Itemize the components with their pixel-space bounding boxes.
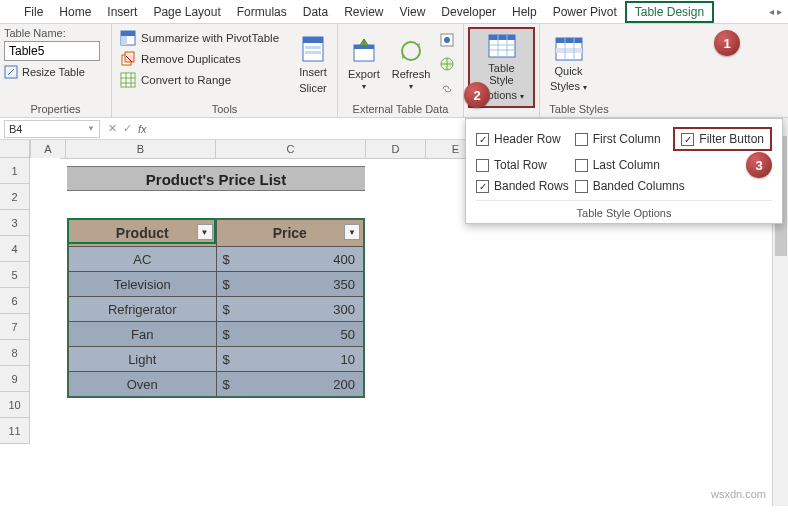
remove-dup-label: Remove Duplicates <box>141 53 241 65</box>
chevron-down-icon: ▾ <box>520 92 524 101</box>
menu-tab-developer[interactable]: Developer <box>433 2 504 22</box>
svg-rect-11 <box>305 51 321 54</box>
quick-styles-button[interactable]: Quick Styles ▾ <box>544 27 593 102</box>
table-header-product[interactable]: Product▼ <box>69 220 217 246</box>
row-header[interactable]: 8 <box>0 340 30 366</box>
callout-1: 1 <box>714 30 740 56</box>
header-product-label: Product <box>116 225 169 241</box>
table-cell[interactable]: Light <box>69 347 217 371</box>
table-cell[interactable]: $350 <box>217 272 364 296</box>
first-col-label: First Column <box>593 132 661 146</box>
menu-tab-view[interactable]: View <box>392 2 434 22</box>
menu-tab-page-layout[interactable]: Page Layout <box>145 2 228 22</box>
row-header[interactable]: 4 <box>0 236 30 262</box>
option-banded-rows[interactable]: ✓Banded Rows <box>476 179 575 193</box>
row-header[interactable]: 1 <box>0 158 30 184</box>
row-header[interactable]: 10 <box>0 392 30 418</box>
quick-styles-icon <box>554 36 584 62</box>
slicer-label2: Slicer <box>299 82 327 94</box>
row-header[interactable]: 5 <box>0 262 30 288</box>
col-header[interactable]: D <box>366 140 426 158</box>
group-label-external: External Table Data <box>342 102 459 116</box>
menu-tab-data[interactable]: Data <box>295 2 336 22</box>
row-header[interactable]: 2 <box>0 184 30 210</box>
menu-tab-file[interactable]: File <box>16 2 51 22</box>
menu-tab-insert[interactable]: Insert <box>99 2 145 22</box>
option-header-row[interactable]: ✓Header Row <box>476 127 575 151</box>
export-button[interactable]: Export ▾ <box>342 27 386 102</box>
row-header[interactable]: 11 <box>0 418 30 444</box>
properties-icon[interactable] <box>438 31 456 49</box>
table-name-input[interactable] <box>4 41 100 61</box>
table-cell[interactable]: Fan <box>69 322 217 346</box>
row-header[interactable]: 6 <box>0 288 30 314</box>
option-last-column[interactable]: Last Column <box>575 158 674 172</box>
refresh-button[interactable]: Refresh ▾ <box>386 27 437 102</box>
row-header[interactable]: 3 <box>0 210 30 236</box>
header-row-label: Header Row <box>494 132 561 146</box>
svg-rect-21 <box>556 38 582 43</box>
option-first-column[interactable]: First Column <box>575 127 674 151</box>
name-box[interactable]: B4▼ <box>4 120 100 138</box>
menu-tab-table-design[interactable]: Table Design <box>625 1 714 23</box>
ribbon-overflow-icon[interactable]: ◂ ▸ <box>769 6 782 17</box>
table-cell[interactable]: Oven <box>69 372 217 396</box>
svg-rect-19 <box>489 35 515 40</box>
resize-table-button[interactable]: Resize Table <box>4 65 100 79</box>
table-cell[interactable]: $10 <box>217 347 364 371</box>
export-icon <box>350 37 378 65</box>
table-cell[interactable]: Television <box>69 272 217 296</box>
menu-tab-power-pivot[interactable]: Power Pivot <box>545 2 625 22</box>
group-label-properties: Properties <box>4 102 107 116</box>
checkbox-icon <box>476 159 489 172</box>
chevron-down-icon: ▾ <box>583 83 587 92</box>
remove-duplicates-button[interactable]: Remove Duplicates <box>116 50 293 68</box>
menu-tab-review[interactable]: Review <box>336 2 391 22</box>
title-banner: Product's Price List <box>67 166 365 191</box>
table-cell[interactable]: Refrigerator <box>69 297 217 321</box>
cell-reference: B4 <box>9 123 22 135</box>
table-cell[interactable]: $50 <box>217 322 364 346</box>
total-row-label: Total Row <box>494 158 547 172</box>
filter-dropdown-button[interactable]: ▼ <box>344 224 360 240</box>
summarize-pivot-button[interactable]: Summarize with PivotTable <box>116 29 293 47</box>
table-style-options-dropdown: ✓Header Row First Column ✓Filter Button … <box>465 118 783 224</box>
select-all-corner[interactable] <box>0 140 30 158</box>
quick-label2: Styles <box>550 80 580 92</box>
option-filter-button[interactable]: ✓Filter Button <box>673 127 772 151</box>
col-header[interactable]: A <box>30 140 66 158</box>
option-banded-columns[interactable]: Banded Columns <box>575 179 772 193</box>
table-cell[interactable]: $300 <box>217 297 364 321</box>
fx-icon[interactable]: fx <box>138 123 147 135</box>
filter-btn-label: Filter Button <box>699 132 764 146</box>
menu-tab-formulas[interactable]: Formulas <box>229 2 295 22</box>
slicer-label1: Insert <box>299 66 327 78</box>
menu-tab-help[interactable]: Help <box>504 2 545 22</box>
unlink-icon[interactable] <box>438 80 456 98</box>
col-header[interactable]: C <box>216 140 366 158</box>
insert-slicer-button[interactable]: Insert Slicer <box>293 27 333 102</box>
table-cell[interactable]: AC <box>69 247 217 271</box>
checkbox-icon <box>575 180 588 193</box>
col-header[interactable]: B <box>66 140 216 158</box>
convert-to-range-button[interactable]: Convert to Range <box>116 71 293 89</box>
data-table: Product▼ Price▼ AC$400 Television$350 Re… <box>67 218 365 398</box>
table-cell[interactable]: $400 <box>217 247 364 271</box>
row-header[interactable]: 9 <box>0 366 30 392</box>
table-header-price[interactable]: Price▼ <box>217 220 364 246</box>
remove-dup-icon <box>120 51 136 67</box>
menu-tab-home[interactable]: Home <box>51 2 99 22</box>
option-total-row[interactable]: Total Row <box>476 158 575 172</box>
cancel-icon[interactable]: ✕ <box>108 122 117 135</box>
row-header[interactable]: 7 <box>0 314 30 340</box>
filter-dropdown-button[interactable]: ▼ <box>197 224 213 240</box>
table-cell[interactable]: $200 <box>217 372 364 396</box>
svg-point-16 <box>444 37 450 43</box>
open-browser-icon[interactable] <box>438 55 456 73</box>
enter-icon[interactable]: ✓ <box>123 122 132 135</box>
summarize-label: Summarize with PivotTable <box>141 32 279 44</box>
svg-rect-10 <box>305 46 321 49</box>
pivot-icon <box>120 30 136 46</box>
chevron-down-icon[interactable]: ▼ <box>87 124 95 133</box>
table-style-options-icon <box>487 33 517 59</box>
